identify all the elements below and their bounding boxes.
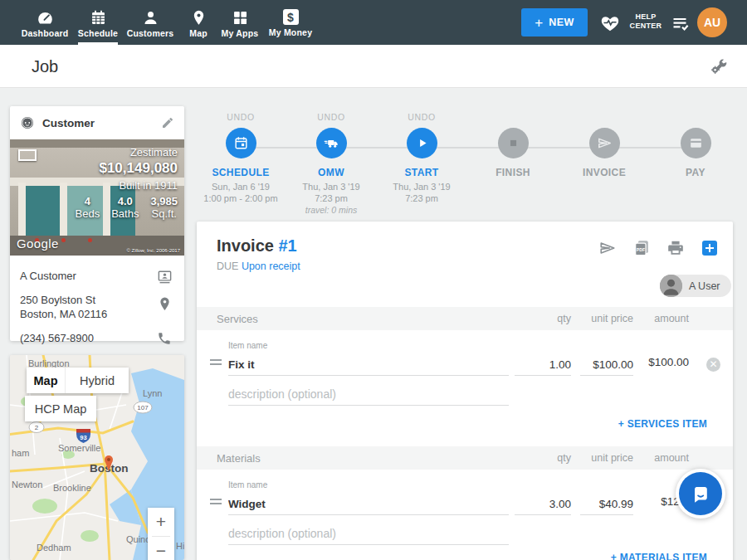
zestimate-value: $10,149,080 (76, 160, 178, 177)
edit-customer-icon[interactable] (161, 116, 174, 129)
item-description-input[interactable] (228, 383, 509, 406)
hcp-map-button[interactable]: HCP Map (25, 396, 96, 421)
add-services-item-button[interactable]: + SERVICES ITEM (618, 418, 707, 430)
svg-text:107: 107 (137, 404, 149, 411)
property-stats: 4Beds 4.0Baths 3,985Sq.ft. (76, 195, 178, 220)
page-title: Job (32, 57, 58, 76)
drag-handle-icon[interactable] (210, 499, 222, 504)
assignee-pill[interactable]: A User (660, 275, 731, 297)
title-bar: Job (0, 45, 747, 88)
services-header: Services qty unit price amount (197, 307, 733, 330)
heart-pulse-icon[interactable] (600, 13, 620, 33)
invoice-number[interactable]: #1 (278, 236, 296, 255)
undo-start-button[interactable]: UNDO (376, 112, 467, 123)
customer-card: Customer Zestimate $10,149,080 Built in … (10, 106, 184, 341)
nav-item-dashboard[interactable]: Dashboard (22, 0, 68, 45)
service-line-item: Item name $100.00 ✕ (197, 338, 733, 416)
due-terms-link[interactable]: Upon receipt (242, 261, 300, 272)
zoom-out-button[interactable]: − (148, 537, 174, 560)
add-materials-item-button[interactable]: + MATERIALS ITEM (611, 552, 707, 560)
zillow-copyright: © Zillow, Inc. 2006-2017 (127, 248, 180, 253)
unit-price-input[interactable] (580, 353, 633, 376)
nav-item-my-money[interactable]: $ My Money (267, 0, 314, 45)
customer-face-icon (20, 115, 35, 130)
dashboard-icon (37, 9, 54, 27)
customer-card-header: Customer (10, 106, 184, 139)
map-widget: 2 107 93 Burlington Lynn Somerville ham … (10, 355, 184, 560)
customer-address-row: 250 Boylston St Boston, MA 02116 (20, 288, 174, 326)
svg-text:ham: ham (12, 448, 29, 458)
map-zoom-control: + − (148, 508, 174, 560)
customer-name: A Customer (20, 269, 149, 283)
phone-icon[interactable] (157, 331, 173, 347)
unit-price-input[interactable] (580, 493, 633, 515)
map-type-map-button[interactable]: Map (27, 368, 66, 393)
route-107-shield: 107 (134, 402, 152, 413)
svg-text:Somerville: Somerville (58, 443, 100, 453)
assignee-avatar (660, 275, 682, 297)
customer-name-row: A Customer (20, 264, 174, 288)
item-name-input[interactable] (228, 353, 509, 376)
schedule-step-button[interactable] (226, 128, 256, 158)
beds-stat: 4Beds (76, 195, 100, 220)
credit-card-icon-button[interactable] (681, 128, 711, 158)
address-line-2: Boston, MA 02116 (20, 307, 149, 321)
nav-item-my-apps[interactable]: My Apps (219, 0, 261, 45)
apps-grid-icon (232, 9, 249, 27)
stop-icon (505, 135, 521, 151)
address-line-1: 250 Boylston St (20, 293, 149, 307)
invoice-step-button[interactable] (589, 128, 620, 158)
svg-text:2: 2 (35, 424, 39, 431)
job-settings-icon[interactable] (709, 56, 729, 76)
streetview-icon[interactable] (18, 149, 37, 161)
invoice-due: DUE Upon receipt (217, 261, 300, 272)
svg-text:Brookline: Brookline (53, 483, 91, 493)
nav-label: Dashboard (22, 28, 69, 38)
svg-text:Lynn: Lynn (143, 388, 162, 398)
new-button[interactable]: + NEW (521, 8, 588, 37)
pdf-icon[interactable]: PDF (632, 239, 651, 257)
zoom-in-button[interactable]: + (148, 508, 174, 536)
customer-phone-row: (234) 567-8900 (20, 326, 174, 350)
location-pin-icon[interactable] (157, 296, 173, 312)
customer-card-title: Customer (42, 117, 161, 129)
qty-input[interactable] (515, 353, 571, 376)
qty-input[interactable] (515, 493, 571, 515)
svg-text:Newton: Newton (12, 480, 42, 489)
item-description-input[interactable] (228, 523, 509, 545)
zestimate-label: Zestimate (76, 146, 178, 158)
workflow-step-omw: UNDO OMW Thu, Jan 3 '197:23 pm travel: 0… (286, 112, 377, 215)
remove-item-icon[interactable]: ✕ (706, 358, 720, 372)
nav-label: Schedule (78, 28, 118, 38)
nav-label: My Apps (222, 28, 259, 38)
top-nav: Dashboard Schedule Customers Map My Apps (0, 0, 747, 45)
chat-widget-button[interactable] (676, 469, 725, 519)
nav-item-schedule[interactable]: Schedule (76, 0, 120, 45)
item-name-input[interactable] (228, 493, 509, 515)
omw-step-button[interactable] (316, 128, 347, 158)
materials-header: Materials qty unit price amount (197, 446, 733, 470)
nav-item-map[interactable]: Map (184, 0, 212, 45)
print-icon[interactable] (666, 239, 685, 257)
map-pin-icon (190, 9, 208, 27)
undo-schedule-button[interactable]: UNDO (195, 112, 286, 123)
drag-handle-icon[interactable] (210, 359, 222, 365)
travel-note: travel: 0 mins (286, 205, 377, 215)
material-line-item: Item name $122. (197, 477, 733, 556)
workflow-step-finish: FINISH (467, 112, 559, 178)
send-invoice-icon[interactable] (598, 239, 617, 257)
start-step-button[interactable] (407, 128, 437, 158)
add-invoice-icon[interactable] (702, 241, 717, 256)
contact-card-icon[interactable] (157, 269, 173, 285)
built-year: Built in 1911 (76, 179, 178, 192)
map-type-hybrid-button[interactable]: Hybrid (66, 368, 129, 393)
finish-step-button[interactable] (498, 128, 529, 158)
schedule-icon (90, 9, 107, 27)
help-center-button[interactable]: HELP CENTER (624, 12, 667, 32)
money-icon: $ (283, 9, 299, 25)
nav-item-customers[interactable]: Customers (126, 0, 174, 45)
undo-omw-button[interactable]: UNDO (286, 112, 377, 123)
user-avatar[interactable]: AU (697, 7, 727, 37)
list-check-icon[interactable] (671, 13, 691, 33)
svg-text:Hi: Hi (176, 541, 184, 551)
